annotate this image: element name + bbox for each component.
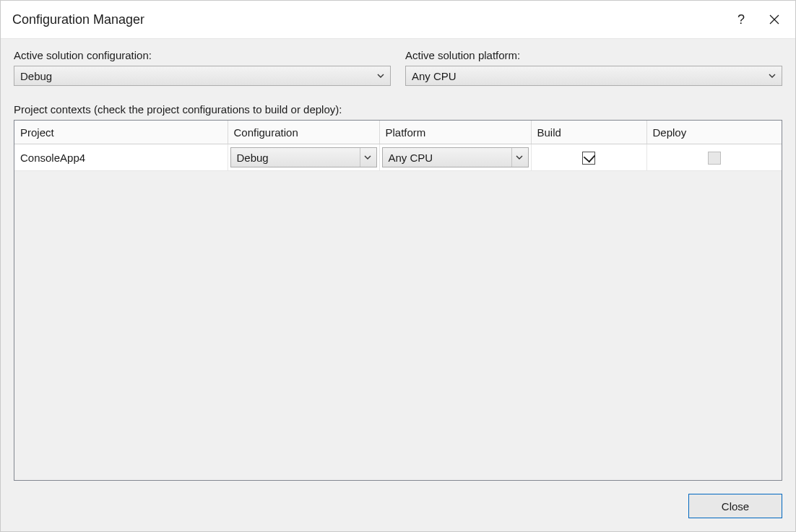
active-platform-value: Any CPU (412, 70, 767, 82)
window-title: Configuration Manager (12, 12, 724, 27)
grid-header-row: Project Configuration Platform Build Dep… (14, 121, 782, 144)
project-row: ConsoleApp4 Debug Any CPU (14, 144, 782, 171)
active-configuration-label: Active solution configuration: (14, 49, 391, 66)
column-header-deploy[interactable]: Deploy (646, 121, 782, 144)
row-configuration-dropdown[interactable]: Debug (230, 147, 377, 167)
titlebar: Configuration Manager ? (1, 1, 795, 38)
close-window-button[interactable] (758, 3, 791, 36)
grid-empty-area (14, 171, 782, 480)
build-checkbox[interactable] (582, 152, 595, 165)
configuration-manager-window: Configuration Manager ? Active solution … (0, 0, 796, 532)
dialog-body: Active solution configuration: Debug Act… (1, 38, 795, 531)
column-header-project[interactable]: Project (14, 121, 228, 144)
project-name-cell: ConsoleApp4 (14, 144, 228, 171)
dialog-footer: Close (14, 481, 782, 518)
project-contexts-label: Project contexts (check the project conf… (14, 103, 782, 115)
solution-selectors-row: Active solution configuration: Debug Act… (14, 49, 782, 86)
chevron-down-icon (360, 148, 375, 167)
row-platform-dropdown[interactable]: Any CPU (382, 147, 529, 167)
row-platform-value: Any CPU (389, 152, 509, 164)
active-platform-label: Active solution platform: (405, 49, 782, 66)
chevron-down-icon (511, 148, 527, 167)
active-configuration-group: Active solution configuration: Debug (14, 49, 391, 86)
row-configuration-value: Debug (237, 152, 357, 164)
chevron-down-icon (767, 71, 777, 81)
close-button[interactable]: Close (688, 494, 782, 518)
help-button[interactable]: ? (724, 3, 758, 36)
column-header-build[interactable]: Build (531, 121, 646, 144)
active-platform-group: Active solution platform: Any CPU (405, 49, 782, 86)
column-header-configuration[interactable]: Configuration (228, 121, 379, 144)
project-contexts-grid: Project Configuration Platform Build Dep… (14, 120, 782, 481)
column-header-platform[interactable]: Platform (379, 121, 531, 144)
active-configuration-dropdown[interactable]: Debug (14, 66, 391, 86)
active-platform-dropdown[interactable]: Any CPU (405, 66, 782, 86)
chevron-down-icon (376, 71, 386, 81)
close-icon (769, 14, 779, 25)
deploy-checkbox (708, 152, 721, 165)
active-configuration-value: Debug (20, 70, 376, 82)
